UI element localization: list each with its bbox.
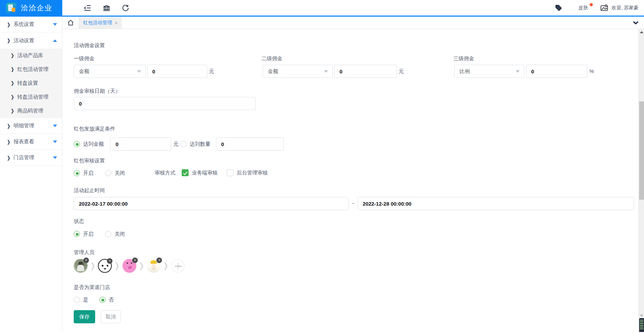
home-tab[interactable] [62, 17, 79, 29]
sidebar-item-report-view[interactable]: ❯ 报表查看 [0, 134, 62, 150]
grant-condition-label: 红包发放满足条件 [74, 126, 115, 132]
commission-1-type-select[interactable]: 金额 [74, 65, 146, 78]
chevron-right-icon: ❯ [90, 261, 96, 270]
tab-redpacket-activity-mgmt[interactable]: 红包活动管理 × [79, 17, 122, 29]
commission-2-amount-input[interactable]: 0 [334, 65, 397, 78]
status-on-radio[interactable] [74, 231, 80, 237]
arrow-right-icon: ❯ [7, 123, 10, 128]
scroll-down-arrow-icon[interactable] [640, 315, 643, 317]
business-audit-checkbox[interactable] [182, 169, 189, 176]
sidebar-item-activity-product-library[interactable]: ❯ 活动产品库 [0, 48, 62, 62]
manager-avatar[interactable]: × [123, 259, 136, 273]
remove-manager-icon[interactable]: × [132, 258, 138, 263]
chevron-down-icon [53, 156, 57, 159]
main-area: 红包活动管理 × 活动佣金设置 一级佣金 二级佣金 三级佣金 金额 [62, 17, 644, 332]
sidebar-submenu: ❯ 活动产品库 ❯ 红包活动管理 ❯ 转盘设置 ❯ 转盘活动管理 ❯ 商品码管理 [0, 48, 62, 118]
header-toolbar [84, 0, 129, 16]
manager-avatar[interactable]: × [74, 259, 88, 273]
chevron-right-icon: ❯ [115, 261, 120, 270]
arrow-right-icon: ❯ [7, 38, 10, 43]
sidebar-item-activity-settings[interactable]: ❯ 活动设置 [0, 33, 62, 48]
sidebar-item-wheel-activity-mgmt[interactable]: ❯ 转盘活动管理 [0, 90, 62, 104]
vertical-scrollbar[interactable] [638, 29, 644, 332]
arrow-right-icon: ❯ [7, 21, 10, 27]
status-label: 状态 [74, 218, 84, 225]
reach-amount-radio[interactable] [74, 141, 80, 147]
app-logo-icon [6, 3, 17, 13]
start-time-input[interactable]: 2022-02-17 00:00:00 [74, 197, 348, 210]
reach-count-label: 达到数量 [190, 141, 210, 147]
cancel-button[interactable]: 取消 [101, 310, 121, 323]
welcome-text: 欢迎, 苏家豪 [611, 5, 638, 11]
remove-manager-icon[interactable]: × [107, 258, 112, 264]
arrow-right-icon: ❯ [11, 108, 14, 114]
tag-icon[interactable] [555, 4, 562, 12]
scrollbar-thumb[interactable] [639, 101, 644, 200]
reach-count-input[interactable]: 0 [216, 137, 284, 151]
header-right: 皮肤 欢迎, 苏家豪 [555, 0, 644, 16]
sidebar-item-redpacket-activity-mgmt[interactable]: ❯ 红包活动管理 [0, 62, 62, 76]
commission-1-unit: 元 [209, 68, 214, 75]
chevron-right-icon: ❯ [163, 261, 169, 270]
reach-amount-unit: 元 [173, 141, 179, 147]
sidebar-item-store-mgmt[interactable]: ❯ 门店管理 [0, 150, 62, 166]
sidebar-item-wheel-settings[interactable]: ❯ 转盘设置 [0, 76, 62, 90]
time-range-label: 活动起止时间 [74, 187, 105, 194]
collapse-menu-icon[interactable] [84, 4, 91, 12]
audit-days-input[interactable]: 0 [74, 97, 256, 110]
tab-bar: 红包活动管理 × [62, 17, 644, 29]
end-time-input[interactable]: 2022-12-28 00:00:00 [357, 197, 634, 210]
chevron-down-icon [633, 21, 638, 25]
reach-amount-label: 达到金额 [83, 141, 104, 147]
arrow-right-icon: ❯ [7, 155, 10, 160]
range-separator: ~ [352, 200, 355, 206]
commission-3-type-select[interactable]: 比例 [454, 65, 524, 78]
audit-on-radio[interactable] [74, 170, 80, 176]
audit-off-radio[interactable] [105, 170, 111, 176]
chevron-down-icon [324, 70, 328, 73]
commission-2-type-select[interactable]: 金额 [263, 65, 333, 78]
commission-1-amount-input[interactable]: 0 [147, 65, 207, 78]
scroll-up-arrow-icon[interactable] [640, 31, 643, 33]
refresh-icon[interactable] [122, 4, 129, 12]
sidebar-item-detail-mgmt[interactable]: ❯ 明细管理 [0, 118, 62, 134]
sidebar-item-product-code-mgmt[interactable]: ❯ 商品码管理 [0, 104, 62, 118]
chevron-down-icon [53, 141, 57, 143]
commission-2-label: 二级佣金 [262, 55, 282, 62]
backend-audit-checkbox[interactable] [227, 169, 234, 176]
corner-widget[interactable] [639, 318, 644, 332]
commission-2-unit: 元 [399, 68, 404, 75]
tab-list-caret[interactable] [633, 17, 644, 29]
commission-3-label: 三级佣金 [453, 55, 474, 62]
channel-no-radio[interactable] [99, 297, 106, 303]
chevron-down-icon [53, 23, 57, 26]
audit-method-label: 审核方式 [155, 170, 175, 176]
channel-store-label: 是否为渠道门店 [74, 284, 110, 291]
remove-manager-icon[interactable]: × [156, 258, 162, 263]
chevron-up-icon [53, 39, 57, 42]
remove-manager-icon[interactable]: × [83, 258, 89, 263]
skin-menu[interactable]: 皮肤 [578, 4, 588, 11]
app-header: 洽洽企业 皮肤 欢迎, 苏家豪 [0, 0, 644, 17]
form-content: 活动佣金设置 一级佣金 二级佣金 三级佣金 金额 0 元 金额 [62, 29, 644, 332]
sidebar-item-system-settings[interactable]: ❯ 系统设置 [0, 17, 62, 33]
reach-amount-input[interactable]: 0 [110, 137, 171, 151]
reach-count-radio[interactable] [180, 141, 187, 147]
save-button[interactable]: 保存 [74, 310, 95, 323]
notification-dot [590, 3, 593, 6]
image-avatar-icon[interactable] [600, 4, 608, 12]
managers-label: 管理人员 [74, 249, 94, 256]
bank-icon[interactable] [103, 4, 110, 12]
home-icon [67, 20, 74, 26]
manager-avatar[interactable]: × [98, 259, 112, 273]
app-title: 洽洽企业 [21, 3, 53, 13]
close-icon[interactable]: × [115, 20, 118, 25]
commission-3-amount-input[interactable]: 0 [526, 65, 588, 78]
chevron-down-icon [516, 70, 520, 73]
chevron-right-icon: ❯ [139, 261, 144, 270]
channel-yes-radio[interactable] [74, 297, 80, 303]
status-off-radio[interactable] [105, 231, 111, 237]
manager-avatar[interactable]: × [147, 259, 161, 273]
arrow-right-icon: ❯ [11, 94, 14, 100]
add-manager-button plus-icon[interactable] [171, 259, 184, 272]
